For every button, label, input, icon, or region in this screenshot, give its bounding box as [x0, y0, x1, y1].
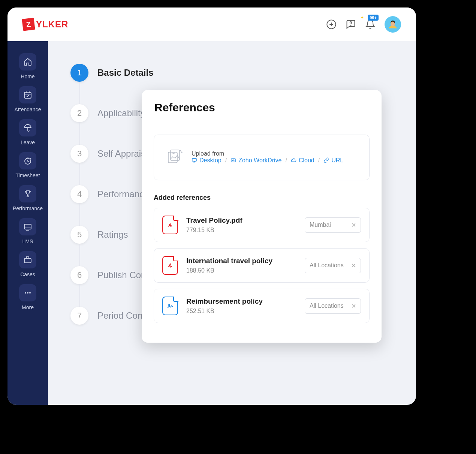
sidebar-item-home[interactable]: Home: [19, 52, 36, 81]
separator: /: [285, 157, 287, 164]
close-icon[interactable]: ✕: [351, 262, 356, 269]
reference-size: 252.51 KB: [186, 308, 296, 315]
briefcase-icon: [19, 251, 36, 268]
upload-image-icon: [165, 148, 183, 167]
svg-rect-8: [24, 258, 31, 263]
panel-title: References: [142, 90, 382, 124]
upload-text: Upload from Desktop / Zoho WorkDrive / C…: [192, 150, 358, 165]
step-number: 4: [70, 185, 88, 203]
reference-item: Travel Policy.pdf 779.15 KB Mumbai ✕: [154, 208, 370, 242]
sidebar-item-performance[interactable]: Performance: [13, 184, 43, 213]
home-icon: [19, 53, 36, 70]
upload-sources: Desktop / Zoho WorkDrive / Cloud / URL: [192, 157, 343, 164]
svg-point-4: [391, 22, 395, 26]
location-tag[interactable]: Mumbai ✕: [305, 217, 361, 233]
close-icon[interactable]: ✕: [351, 222, 356, 229]
sidebar-label: Attendance: [15, 106, 41, 112]
notification-badge: 99+: [368, 15, 379, 21]
sidebar-item-leave[interactable]: Leave: [19, 118, 36, 147]
notifications-icon[interactable]: ✦ 99+: [365, 19, 376, 30]
close-icon[interactable]: ✕: [351, 303, 356, 310]
tag-label: All Locations: [310, 262, 344, 269]
step-number: 5: [70, 226, 88, 244]
sidebar-label: More: [22, 304, 34, 310]
umbrella-icon: [19, 119, 36, 136]
stopwatch-icon: [19, 152, 36, 169]
svg-point-14: [173, 152, 174, 154]
step-number: 1: [70, 64, 88, 82]
upload-cloud[interactable]: Cloud: [291, 157, 314, 164]
reference-info: International travel policy 188.50 KB: [186, 257, 296, 274]
svg-rect-5: [24, 92, 31, 98]
svg-rect-13: [171, 150, 180, 160]
reference-info: Travel Policy.pdf 779.15 KB: [186, 216, 296, 234]
header: Z YLKER ✦ 99+: [7, 7, 416, 41]
svg-point-10: [27, 292, 28, 294]
svg-point-11: [29, 292, 31, 294]
image-file-icon: [162, 297, 178, 315]
svg-point-21: [169, 304, 170, 306]
app-window: Z YLKER ✦ 99+ Home A: [7, 7, 416, 405]
step-number: 2: [70, 104, 88, 122]
logo-badge: Z: [22, 18, 35, 31]
calendar-check-icon: [19, 86, 36, 103]
reference-name: Travel Policy.pdf: [186, 216, 296, 225]
svg-rect-17: [192, 159, 196, 162]
upload-url[interactable]: URL: [323, 157, 343, 164]
step-label: Basic Details: [97, 67, 153, 78]
upload-label: Upload from: [192, 150, 224, 157]
svg-point-9: [25, 292, 26, 294]
sidebar: Home Attendance Leave Timesheet Performa…: [7, 41, 48, 405]
avatar[interactable]: [385, 16, 401, 33]
header-actions: ✦ 99+: [326, 16, 401, 33]
reference-info: Reimbursement policy 252.51 KB: [186, 297, 296, 315]
step-number: 3: [70, 145, 88, 163]
upload-desktop[interactable]: Desktop: [192, 157, 222, 164]
logo-text: YLKER: [36, 19, 68, 30]
step-label: Applicability: [97, 108, 145, 118]
sidebar-label: LMS: [22, 238, 33, 244]
separator: /: [318, 157, 320, 164]
upload-box: Upload from Desktop / Zoho WorkDrive / C…: [154, 135, 370, 180]
references-panel: References Upload from Desktop / Zoho Wo…: [142, 90, 382, 343]
step-number: 6: [70, 266, 88, 284]
step-number: 7: [70, 307, 88, 325]
panel-body: Upload from Desktop / Zoho WorkDrive / C…: [142, 124, 382, 343]
sidebar-item-attendance[interactable]: Attendance: [15, 85, 41, 114]
more-icon: [19, 284, 36, 301]
reference-item: Reimbursement policy 252.51 KB All Locat…: [154, 289, 370, 323]
upload-workdrive[interactable]: Zoho WorkDrive: [231, 157, 281, 164]
tag-label: Mumbai: [310, 222, 331, 228]
logo[interactable]: Z YLKER: [22, 18, 68, 30]
sidebar-item-cases[interactable]: Cases: [19, 250, 36, 279]
reference-name: Reimbursement policy: [186, 297, 296, 306]
svg-point-15: [180, 150, 181, 151]
board-icon: [19, 218, 36, 235]
step-basic-details[interactable]: 1 Basic Details: [70, 64, 416, 82]
step-label: Ratings: [97, 229, 128, 240]
sidebar-item-lms[interactable]: LMS: [19, 217, 36, 246]
reference-item: International travel policy 188.50 KB Al…: [154, 248, 370, 283]
sidebar-label: Performance: [13, 205, 43, 211]
added-references-heading: Added references: [154, 194, 370, 202]
sidebar-item-timesheet[interactable]: Timesheet: [16, 151, 40, 180]
location-tag[interactable]: All Locations ✕: [305, 258, 361, 273]
sidebar-label: Cases: [20, 271, 35, 277]
svg-point-16: [181, 152, 182, 153]
svg-rect-7: [24, 224, 31, 229]
svg-point-3: [350, 25, 351, 25]
pdf-file-icon: [162, 256, 178, 275]
location-tag[interactable]: All Locations ✕: [305, 298, 361, 314]
sidebar-label: Timesheet: [16, 172, 40, 178]
reference-name: International travel policy: [186, 257, 296, 265]
trophy-icon: [19, 185, 36, 202]
help-icon[interactable]: [346, 19, 356, 30]
reference-size: 188.50 KB: [186, 267, 296, 274]
separator: /: [225, 157, 227, 164]
reference-size: 779.15 KB: [186, 227, 296, 234]
tag-label: All Locations: [310, 303, 344, 309]
add-icon[interactable]: [326, 19, 337, 30]
sparkle-icon: ✦: [361, 15, 364, 19]
sidebar-label: Home: [21, 73, 34, 79]
sidebar-item-more[interactable]: More: [19, 283, 36, 312]
